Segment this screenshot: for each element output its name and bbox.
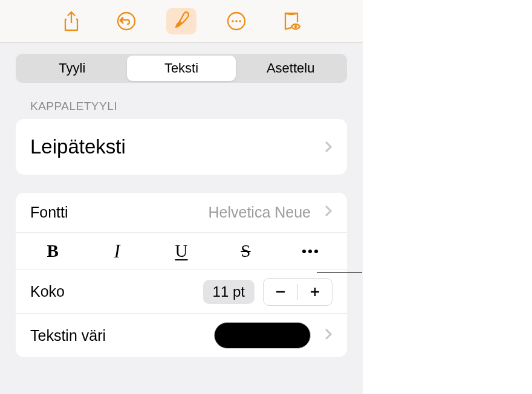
italic-button[interactable]: I (85, 241, 149, 262)
tab-text[interactable]: Teksti (127, 56, 236, 81)
top-toolbar (0, 0, 363, 43)
paragraph-style-value: Leipäteksti (30, 135, 126, 158)
format-tabs: Tyyli Teksti Asettelu (16, 54, 347, 83)
chevron-right-icon (324, 204, 332, 221)
strikethrough-button[interactable]: S (213, 241, 277, 261)
bold-button[interactable]: B (21, 241, 85, 261)
ellipsis-icon (302, 250, 318, 253)
callout-line (317, 272, 362, 273)
paragraph-style-card: Leipäteksti (16, 119, 347, 175)
size-increase-button[interactable] (298, 285, 332, 299)
svg-point-6 (294, 25, 297, 28)
underline-button[interactable]: U (149, 241, 213, 261)
svg-point-4 (239, 20, 241, 22)
paragraph-style-row[interactable]: Leipäteksti (16, 119, 347, 175)
size-decrease-button[interactable] (264, 285, 297, 299)
more-button[interactable] (221, 8, 251, 34)
format-panel: Tyyli Teksti Asettelu KAPPALETYYLI Leipä… (0, 0, 363, 394)
tab-layout[interactable]: Asettelu (236, 56, 345, 81)
annotation-area (363, 0, 532, 394)
text-color-swatch[interactable] (214, 322, 311, 349)
chevron-right-icon (324, 135, 332, 158)
text-color-label: Tekstin väri (30, 327, 106, 344)
share-button[interactable] (56, 8, 86, 34)
size-label: Koko (30, 283, 65, 300)
chevron-right-icon (324, 327, 332, 344)
size-stepper (263, 278, 332, 306)
text-style-row: B I U S (16, 233, 347, 270)
view-options-button[interactable] (276, 8, 307, 34)
text-options-card: Fontti Helvetica Neue B I U S Koko 11 pt (16, 193, 347, 357)
format-brush-button[interactable] (166, 8, 196, 34)
undo-button[interactable] (111, 8, 141, 34)
svg-point-2 (232, 20, 234, 22)
paragraph-style-section-label: KAPPALETYYLI (30, 100, 363, 113)
font-value: Helvetica Neue (208, 204, 311, 221)
tab-style[interactable]: Tyyli (18, 56, 127, 81)
font-label: Fontti (30, 204, 68, 221)
more-text-options-button[interactable] (278, 250, 342, 253)
size-row: Koko 11 pt (16, 270, 347, 314)
font-row[interactable]: Fontti Helvetica Neue (16, 193, 347, 233)
text-color-row[interactable]: Tekstin väri (16, 314, 347, 357)
size-value-button[interactable]: 11 pt (203, 280, 255, 304)
svg-point-3 (235, 20, 238, 22)
